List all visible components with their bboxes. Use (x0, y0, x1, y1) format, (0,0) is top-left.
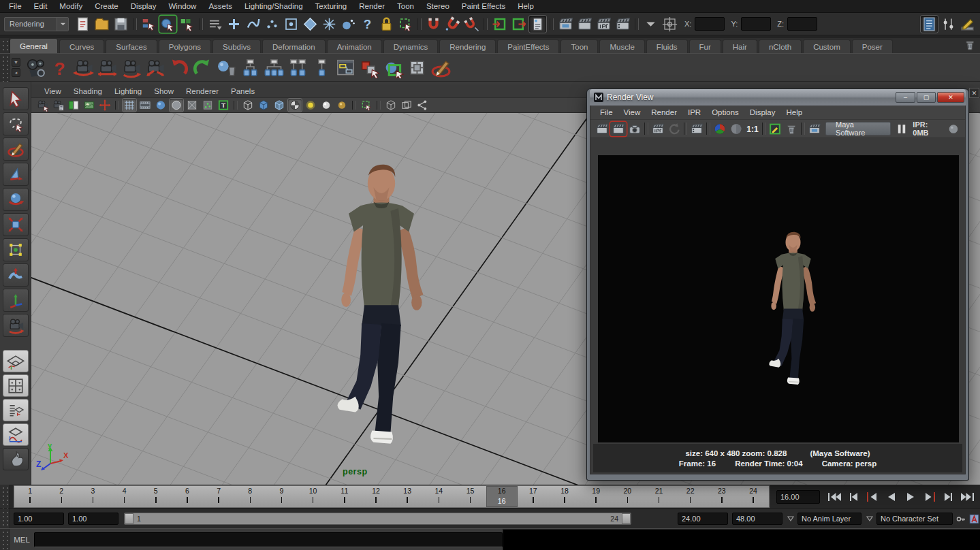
rotate-tool-button[interactable] (3, 188, 29, 211)
shelf-tab-custom[interactable]: Custom (803, 39, 851, 53)
selection-mask-icon[interactable] (206, 16, 223, 33)
current-time-field[interactable] (776, 490, 820, 504)
duplicate-special-icon[interactable] (383, 57, 404, 78)
command-input[interactable] (34, 532, 503, 547)
menu-stereo[interactable]: Stereo (420, 0, 456, 13)
isolate-select-icon[interactable] (384, 99, 398, 112)
frame-18[interactable]: 18 (549, 486, 580, 507)
alpha-channel-icon[interactable] (728, 122, 744, 136)
zoom-camera-icon[interactable] (144, 57, 165, 78)
highlight-selection-mode-icon[interactable] (360, 99, 373, 112)
render-view-menu-view[interactable]: View (618, 108, 646, 116)
shaded-wire-icon[interactable] (272, 99, 286, 112)
coord-dropdown-icon[interactable] (642, 16, 659, 33)
shaded-icon[interactable] (257, 99, 270, 112)
snap-to-grids-icon[interactable] (225, 16, 242, 33)
absolute-relative-icon[interactable] (661, 16, 678, 33)
chevron-down-icon[interactable] (57, 18, 68, 31)
outputs-from-selected-icon[interactable] (510, 16, 527, 33)
save-scene-icon[interactable] (112, 16, 129, 33)
film-gate-icon[interactable] (138, 99, 152, 112)
frame-23[interactable]: 23 (706, 486, 738, 507)
construction-history-icon[interactable] (529, 16, 546, 33)
viewport-menu-renderer[interactable]: Renderer (180, 87, 225, 95)
menu-display[interactable]: Display (125, 0, 163, 13)
y-coordinate-input[interactable] (741, 17, 771, 31)
frame-11[interactable]: 11 (329, 486, 360, 507)
lock-selection-icon[interactable] (378, 16, 395, 33)
render-view-menu-ipr[interactable]: IPR (682, 108, 706, 116)
z-coordinate-input[interactable] (787, 17, 817, 31)
character-set-dropdown-icon[interactable] (864, 513, 875, 524)
refresh-ipr-icon[interactable] (666, 122, 682, 136)
new-scene-icon[interactable] (74, 16, 91, 33)
delete-history-icon[interactable] (216, 57, 237, 78)
frame-9[interactable]: 9 (266, 486, 297, 507)
range-end-handle[interactable] (622, 513, 631, 524)
character-model[interactable] (316, 159, 447, 472)
pan-zoom-icon[interactable] (98, 99, 112, 112)
ipr-render-icon[interactable] (650, 122, 666, 136)
open-render-view-icon[interactable] (557, 16, 574, 33)
shelf-menu-button[interactable]: ▼ (12, 58, 20, 67)
render-view-menu-render[interactable]: Render (646, 108, 682, 116)
anim-layer-selector[interactable]: No Anim Layer (797, 513, 862, 525)
image-plane-icon[interactable] (82, 99, 96, 112)
shelf-grip[interactable] (0, 38, 10, 53)
command-language-label[interactable]: MEL (10, 536, 34, 544)
soft-modification-tool-button[interactable] (3, 263, 29, 287)
menu-toon[interactable]: Toon (391, 0, 420, 13)
attribute-editor-icon[interactable] (959, 16, 976, 33)
four-pane-layout-button[interactable] (3, 374, 29, 397)
auto-keyframe-icon[interactable] (968, 513, 980, 525)
xray-joints-icon[interactable] (201, 99, 215, 112)
remove-image-icon[interactable] (783, 122, 800, 136)
no-lights-icon[interactable] (304, 99, 317, 112)
region-render-icon[interactable] (689, 122, 705, 136)
select-by-component-icon[interactable] (178, 16, 195, 33)
shelf-tab-hair[interactable]: Hair (723, 39, 757, 53)
frame-3[interactable]: 3 (77, 486, 108, 507)
single-pane-layout-button[interactable] (3, 350, 29, 372)
go-to-start-button[interactable] (825, 489, 843, 504)
unparent-icon[interactable] (311, 57, 332, 78)
shelf-tab-rendering[interactable]: Rendering (439, 39, 496, 53)
frame-12[interactable]: 12 (360, 486, 392, 507)
anim-layer-dropdown-icon[interactable] (785, 513, 796, 524)
frame-15[interactable]: 15 (454, 486, 486, 507)
shelf-tab-toggle-button[interactable]: ◂ (12, 68, 20, 77)
paint-selection-tool-button[interactable] (3, 138, 29, 161)
parent-icon[interactable] (287, 57, 309, 78)
last-tool-button[interactable] (3, 314, 29, 337)
shelf-tab-general[interactable]: General (10, 38, 58, 53)
play-backwards-button[interactable] (883, 489, 900, 504)
inputs-to-selected-icon[interactable] (491, 16, 508, 33)
shelf-tab-fluids[interactable]: Fluids (646, 39, 688, 53)
frame-13[interactable]: 13 (392, 486, 423, 507)
real-size-icon[interactable]: 1:1 (744, 122, 761, 136)
smooth-mesh-icon[interactable] (407, 57, 428, 78)
move-tool-button[interactable] (3, 163, 29, 186)
frame-16[interactable]: 1616 (486, 486, 518, 507)
minimize-button[interactable]: – (896, 92, 915, 103)
frame-1[interactable]: 1 (14, 486, 46, 507)
hypergraph-icon[interactable] (335, 57, 356, 78)
grid-toggle-icon[interactable] (123, 99, 136, 112)
frame-10[interactable]: 10 (298, 486, 329, 507)
step-back-key-button[interactable] (864, 489, 881, 504)
trash-icon[interactable] (963, 38, 977, 52)
render-view-menu-help[interactable]: Help (781, 108, 808, 116)
frame-2[interactable]: 2 (46, 486, 77, 507)
snap-release-icon[interactable] (340, 16, 357, 33)
menu-create[interactable]: Create (89, 0, 125, 13)
snap-to-curves-icon[interactable] (244, 16, 262, 33)
ungroup-icon[interactable] (264, 57, 285, 78)
open-render-settings-icon[interactable] (767, 122, 783, 136)
persp-graph-layout-button[interactable] (3, 423, 29, 446)
x-coordinate-input[interactable] (695, 17, 725, 31)
rgb-channels-icon[interactable] (712, 122, 728, 136)
menu-texturing[interactable]: Texturing (309, 0, 353, 13)
share-view-icon[interactable] (415, 99, 429, 112)
camera-attributes-icon[interactable] (51, 99, 65, 112)
render-view-titlebar[interactable]: Render View – ▢ ✕ (590, 89, 966, 106)
